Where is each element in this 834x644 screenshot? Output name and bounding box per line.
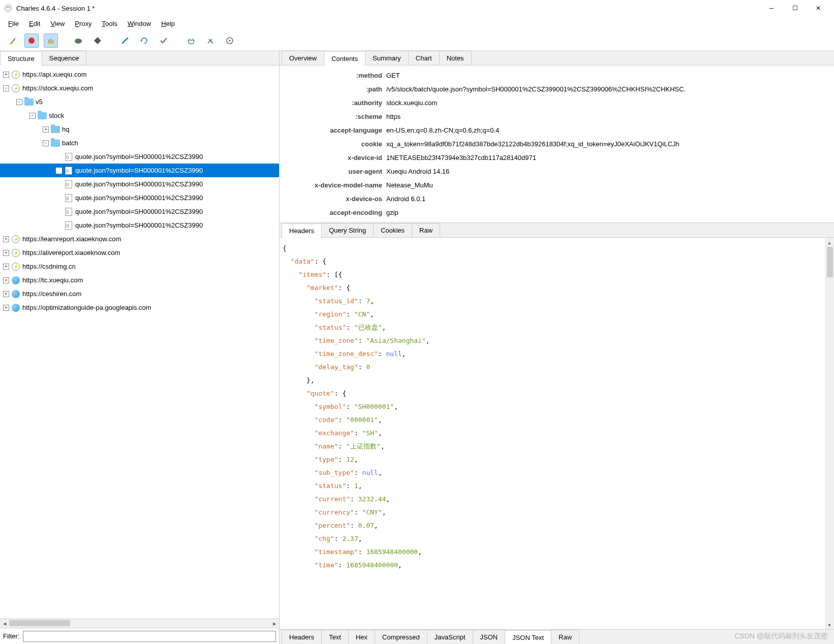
btab-javascript[interactable]: JavaScript [427, 630, 473, 644]
tree-host[interactable]: +⚡https://alivereport.xiaoeknow.com [0, 246, 279, 260]
menu-proxy[interactable]: Proxy [70, 18, 97, 29]
btab-text[interactable]: Text [321, 630, 349, 644]
tree-file[interactable]: quote.json?symbol=SH000001%2CSZ3990 [0, 177, 279, 191]
expander-icon[interactable]: − [16, 99, 22, 105]
json-line: "sub_type": null, [283, 466, 831, 479]
expander-icon[interactable]: + [3, 291, 9, 297]
header-value: GET [386, 69, 829, 82]
expander-icon[interactable]: + [3, 305, 9, 311]
expander-icon[interactable]: + [3, 264, 9, 270]
repeat-icon[interactable] [137, 34, 151, 48]
header-row: :path/v5/stock/batch/quote.json?symbol=S… [285, 82, 829, 96]
menu-view[interactable]: View [45, 18, 70, 29]
btab-raw[interactable]: Raw [551, 630, 579, 644]
tree-file[interactable]: quote.json?symbol=SH000001%2CSZ3990 [0, 164, 279, 177]
header-row: :methodGET [285, 69, 829, 82]
subtab-query[interactable]: Query String [321, 223, 374, 237]
subtab-headers[interactable]: Headers [282, 223, 322, 238]
tree-label: https://optimizationguide-pa.googleapis.… [22, 304, 151, 311]
expander-icon[interactable]: + [3, 250, 9, 256]
tree-host[interactable]: +⚡https://csdnimg.cn [0, 260, 279, 273]
tools-icon[interactable] [203, 34, 218, 48]
header-value: https [386, 110, 829, 123]
btab-jsontext[interactable]: JSON Text [505, 630, 551, 644]
tab-notes[interactable]: Notes [439, 51, 472, 65]
svg-point-5 [28, 38, 35, 44]
subtab-cookies[interactable]: Cookies [373, 223, 412, 237]
lock-icon: ⚡ [11, 84, 20, 93]
breakpoint-icon[interactable] [90, 34, 105, 48]
tree-host[interactable]: +https://optimizationguide-pa.googleapis… [0, 301, 279, 314]
json-line: "timestamp": 1685948400000, [283, 545, 831, 559]
turtle-icon[interactable] [71, 34, 85, 48]
broom-icon[interactable] [5, 34, 19, 48]
json-vscrollbar[interactable]: ▴ ▾ [825, 238, 834, 629]
expander-icon[interactable]: + [43, 126, 49, 133]
tree-label: hq [62, 125, 69, 133]
tree-folder[interactable]: −stock [0, 109, 279, 122]
structure-tree[interactable]: +⚡https://api.xueqiu.com−⚡https://stock.… [0, 66, 279, 619]
svg-line-12 [122, 38, 128, 43]
subtab-raw[interactable]: Raw [412, 223, 440, 237]
tree-file[interactable]: quote.json?symbol=SH000001%2CSZ3990 [0, 150, 279, 164]
tab-structure[interactable]: Structure [0, 51, 42, 66]
close-button[interactable]: ✕ [807, 0, 830, 16]
tree-folder[interactable]: −batch [0, 136, 279, 150]
expander-icon[interactable]: − [29, 113, 36, 119]
minimize-button[interactable]: ─ [760, 0, 783, 16]
file-icon [64, 152, 73, 162]
tree-host[interactable]: +⚡https://learnreport.xiaoeknow.com [0, 232, 279, 246]
json-line: "time_zone_desc": null, [283, 347, 831, 361]
tree-folder[interactable]: +hq [0, 122, 279, 136]
json-line: "status_id": 7, [283, 295, 831, 308]
edit-icon[interactable] [118, 34, 132, 48]
maximize-button[interactable]: ☐ [783, 0, 807, 16]
tree-host[interactable]: +https://tc.xueqiu.com [0, 273, 279, 287]
folder-icon [24, 98, 34, 107]
tab-summary[interactable]: Summary [365, 51, 409, 65]
lock-icon: ⚡ [11, 70, 20, 79]
titlebar: Charles 4.6.4 - Session 1 * ─ ☐ ✕ [0, 0, 834, 16]
json-line: "currency": "CNY", [283, 506, 831, 519]
expander-icon[interactable]: − [3, 85, 9, 91]
right-panel: Overview Contents Summary Chart Notes :m… [280, 51, 834, 644]
expander-icon[interactable]: + [3, 277, 9, 283]
record-icon[interactable] [24, 34, 39, 48]
filter-label: Filter: [3, 632, 20, 640]
tree-hscrollbar[interactable]: ◂▸ [0, 619, 279, 628]
expander-icon[interactable]: − [43, 140, 49, 146]
tree-file[interactable]: quote.json?symbol=SH000001%2CSZ3990 [0, 191, 279, 205]
btab-compressed[interactable]: Compressed [375, 630, 427, 644]
tree-file[interactable]: quote.json?symbol=SH000001%2CSZ3990 [0, 205, 279, 218]
tree-host[interactable]: +⚡https://api.xueqiu.com [0, 68, 279, 81]
filter-input[interactable] [23, 631, 276, 642]
menu-tools[interactable]: Tools [97, 18, 122, 29]
expander-icon[interactable]: + [3, 236, 9, 242]
tree-host[interactable]: +https://ceshiren.com [0, 287, 279, 301]
expander-icon[interactable]: + [3, 72, 9, 78]
tree-folder[interactable]: −v5 [0, 95, 279, 109]
settings-icon[interactable] [223, 34, 237, 48]
btab-headers[interactable]: Headers [282, 630, 322, 644]
response-json-view[interactable]: { "data": { "items": [{ "market": { "sta… [280, 238, 834, 629]
menu-edit[interactable]: Edit [24, 18, 45, 29]
header-key: cookie [285, 137, 386, 151]
menu-file[interactable]: File [3, 18, 24, 29]
json-line: "quote": { [283, 387, 831, 400]
menu-window[interactable]: Window [122, 18, 156, 29]
tab-contents[interactable]: Contents [324, 51, 365, 66]
tab-sequence[interactable]: Sequence [42, 51, 87, 65]
tab-overview[interactable]: Overview [282, 51, 324, 65]
basket-icon[interactable] [184, 34, 198, 48]
validate-icon[interactable] [157, 34, 171, 48]
btab-json[interactable]: JSON [473, 630, 506, 644]
btab-hex[interactable]: Hex [348, 630, 375, 644]
file-icon [64, 194, 73, 203]
menu-help[interactable]: Help [156, 18, 180, 29]
tab-chart[interactable]: Chart [408, 51, 440, 65]
throttle-icon[interactable] [44, 34, 58, 48]
left-tabs: Structure Sequence [0, 51, 279, 66]
tree-host[interactable]: −⚡https://stock.xueqiu.com [0, 81, 279, 95]
json-line: { [283, 242, 831, 255]
tree-file[interactable]: quote.json?symbol=SH000001%2CSZ3990 [0, 218, 279, 232]
